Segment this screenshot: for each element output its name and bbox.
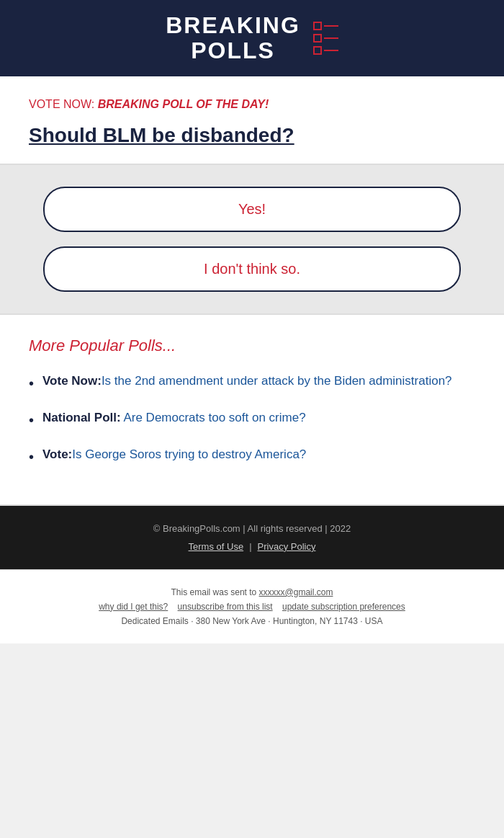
line-icon-2: [324, 37, 338, 39]
checkbox-icon-2: [313, 34, 322, 43]
vote-label-italic: BREAKING POLL OF THE DAY!: [98, 98, 269, 110]
email-footer-area: This email was sent to xxxxxx@gmail.com …: [0, 569, 504, 643]
poll-item-2-label: National Poll:: [42, 411, 121, 424]
privacy-policy-link[interactable]: Privacy Policy: [258, 541, 316, 552]
vote-now-label: VOTE NOW: BREAKING POLL OF THE DAY!: [29, 98, 475, 111]
poll-item-2-link[interactable]: National Poll: Are Democrats too soft on…: [42, 411, 306, 424]
poll-item-2-text: National Poll: Are Democrats too soft on…: [42, 409, 306, 427]
bullet-icon-2: •: [29, 410, 34, 430]
user-email-link[interactable]: xxxxxx@gmail.com: [259, 587, 333, 597]
line-icon-3: [324, 50, 338, 51]
poll-list: • Vote Now:Is the 2nd amendment under at…: [29, 373, 475, 467]
logo-icon-row1: [313, 22, 338, 30]
email-manage-links: why did I get this? unsubscribe from thi…: [43, 602, 461, 612]
footer-separator: |: [249, 541, 251, 552]
poll-item-1-label: Vote Now:: [42, 374, 102, 388]
checkbox-icon-1: [313, 22, 322, 30]
poll-item-3-link[interactable]: Vote:Is George Soros trying to destroy A…: [42, 447, 306, 461]
poll-item-1-text: Vote Now:Is the 2nd amendment under atta…: [42, 373, 452, 390]
poll-buttons-section: Yes! I don't think so.: [0, 165, 504, 315]
poll-item-2-body: Are Democrats too soft on crime?: [121, 411, 306, 424]
brand-line1: BREAKING: [166, 12, 300, 38]
checkbox-icon-3: [313, 46, 322, 55]
update-prefs-link[interactable]: update subscription preferences: [282, 602, 405, 612]
header: BREAKING POLLS: [0, 0, 504, 76]
why-link[interactable]: why did I get this?: [99, 602, 168, 612]
unsubscribe-link[interactable]: unsubscribe from this list: [178, 602, 273, 612]
poll-item-3-label: Vote:: [42, 447, 72, 461]
bullet-icon-3: •: [29, 447, 34, 467]
footer-links: Terms of Use | Privacy Policy: [14, 541, 490, 552]
email-sent-to: This email was sent to xxxxxx@gmail.com: [43, 587, 461, 597]
poll-item-3-body: Is George Soros trying to destroy Americ…: [72, 447, 306, 461]
brand-line2: POLLS: [191, 37, 275, 63]
footer: © BreakingPolls.com | All rights reserve…: [0, 506, 504, 569]
no-button[interactable]: I don't think so.: [43, 246, 461, 292]
terms-of-use-link[interactable]: Terms of Use: [189, 541, 244, 552]
sent-to-prefix: This email was sent to: [171, 587, 259, 597]
more-polls-section: More Popular Polls... • Vote Now:Is the …: [0, 315, 504, 506]
footer-copyright: © BreakingPolls.com | All rights reserve…: [14, 523, 490, 534]
logo-icon-row3: [313, 46, 338, 55]
list-item: • National Poll: Are Democrats too soft …: [29, 409, 475, 430]
list-item: • Vote:Is George Soros trying to destroy…: [29, 446, 475, 467]
logo-text: BREAKING POLLS: [166, 13, 300, 63]
poll-item-1-body: Is the 2nd amendment under attack by the…: [102, 374, 452, 388]
yes-button[interactable]: Yes!: [43, 187, 461, 232]
bullet-icon-1: •: [29, 373, 34, 393]
poll-item-3-text: Vote:Is George Soros trying to destroy A…: [42, 446, 306, 463]
mailing-address: Dedicated Emails · 380 New York Ave · Hu…: [43, 616, 461, 626]
email-footer: This email was sent to xxxxxx@gmail.com …: [0, 570, 504, 643]
more-polls-title: More Popular Polls...: [29, 336, 475, 355]
list-item: • Vote Now:Is the 2nd amendment under at…: [29, 373, 475, 393]
vote-label-plain: VOTE NOW:: [29, 98, 98, 110]
line-icon-1: [324, 25, 338, 27]
page-wrapper: BREAKING POLLS: [0, 0, 504, 569]
logo-icon: [313, 22, 338, 55]
poll-header: VOTE NOW: BREAKING POLL OF THE DAY! Shou…: [0, 76, 504, 164]
logo-icon-row2: [313, 34, 338, 43]
poll-question: Should BLM be disbanded?: [29, 122, 475, 148]
poll-item-1-link[interactable]: Vote Now:Is the 2nd amendment under atta…: [42, 374, 452, 388]
